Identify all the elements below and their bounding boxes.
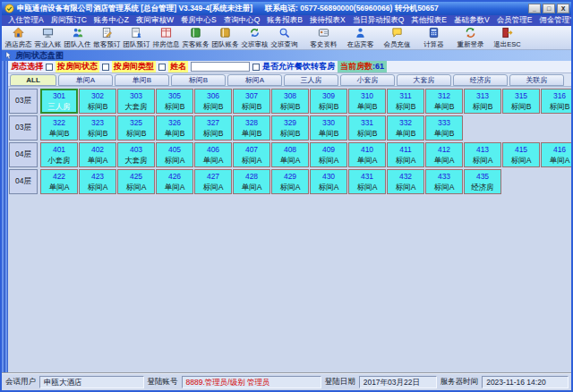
room-cell-412[interactable]: 412单间A — [425, 142, 463, 167]
by-status-checkbox[interactable] — [46, 64, 53, 71]
tab-3[interactable]: 标间B — [171, 74, 226, 86]
room-cell-305[interactable]: 305标间B — [156, 89, 193, 114]
room-cell-416[interactable]: 416单间A — [541, 142, 571, 167]
menu-item-13[interactable]: 佣金管理Y — [535, 15, 571, 26]
room-cell-428[interactable]: 428单间A — [233, 169, 270, 194]
room-cell-422[interactable]: 422单间A — [40, 169, 78, 194]
toolbar-button-guest-account[interactable]: 宾客账务 — [181, 27, 210, 48]
room-cell-411[interactable]: 411标间A — [387, 142, 424, 167]
toolbar-button-team-account[interactable]: 团队账务 — [210, 27, 240, 48]
room-cell-303[interactable]: 303大套房 — [117, 89, 155, 114]
room-cell-311[interactable]: 311标间B — [387, 89, 424, 114]
by-type-checkbox[interactable] — [102, 64, 109, 71]
toolbar-button-inhouse-guest[interactable]: 在店宾客 — [342, 27, 379, 48]
room-cell-326[interactable]: 326单间B — [156, 115, 193, 141]
tab-6[interactable]: 小套房 — [340, 74, 395, 86]
toolbar-button-calculator[interactable]: 计算器 — [415, 27, 452, 48]
room-cell-430[interactable]: 430标间A — [310, 169, 347, 194]
room-cell-435[interactable]: 435经济房 — [464, 169, 501, 194]
room-cell-315[interactable]: 315标间B — [502, 89, 540, 114]
room-cell-407[interactable]: 407标间A — [233, 142, 270, 167]
menu-item-9[interactable]: 当日异动报表Q — [349, 15, 408, 26]
room-cell-327[interactable]: 327标间B — [194, 115, 232, 141]
room-cell-413[interactable]: 413标间A — [464, 142, 501, 167]
menu-item-1[interactable]: 入住管理A — [4, 15, 47, 26]
room-cell-309[interactable]: 309标间B — [310, 89, 347, 114]
tab-2[interactable]: 单间B — [115, 74, 169, 86]
guest-name-input[interactable] — [191, 62, 250, 72]
filter-mode-label: 房态选择 — [11, 61, 43, 72]
menu-item-6[interactable]: 查询中心Q — [220, 15, 264, 26]
room-cell-313[interactable]: 313标间B — [464, 89, 501, 114]
room-cell-316[interactable]: 316标间B — [541, 89, 571, 114]
room-cell-328[interactable]: 328单间B — [233, 115, 270, 141]
room-cell-405[interactable]: 405标间A — [156, 142, 193, 167]
allow-transfer-checkbox[interactable] — [252, 64, 260, 71]
room-cell-312[interactable]: 312单间B — [425, 89, 463, 114]
room-cell-333[interactable]: 333单间B — [425, 115, 463, 141]
room-cell-409[interactable]: 409标间A — [310, 142, 347, 167]
menu-item-7[interactable]: 账务报表B — [263, 15, 306, 26]
room-cell-325[interactable]: 325标间B — [117, 115, 155, 141]
room-cell-308[interactable]: 308标间B — [271, 89, 309, 114]
menu-item-8[interactable]: 接待报表X — [306, 15, 349, 26]
menu-item-11[interactable]: 基础参数V — [450, 15, 493, 26]
room-cell-402[interactable]: 402单间A — [79, 142, 116, 167]
room-cell-332[interactable]: 332单间B — [387, 115, 424, 141]
tab-4[interactable]: 标间A — [227, 74, 282, 86]
tab-8[interactable]: 经济房 — [453, 74, 508, 86]
room-cell-427[interactable]: 427标间A — [194, 169, 232, 194]
room-cell-410[interactable]: 410单间A — [348, 142, 386, 167]
menu-item-4[interactable]: 夜间审核W — [133, 15, 177, 26]
menu-item-10[interactable]: 其他报表E — [407, 15, 450, 26]
toolbar-button-team-booking[interactable]: 团队预订 — [122, 27, 151, 48]
room-cell-329[interactable]: 329标间B — [271, 115, 309, 141]
minimize-button[interactable]: _ — [528, 4, 541, 13]
room-cell-307[interactable]: 307标间B — [233, 89, 270, 114]
toolbar-button-room-info[interactable]: 排房信息 — [151, 27, 181, 48]
room-cell-423[interactable]: 423标间A — [79, 169, 116, 194]
toolbar-button-shift-audit[interactable]: 交班审核 — [240, 27, 269, 48]
room-cell-330[interactable]: 330单间B — [310, 115, 347, 141]
toolbar-button-home[interactable]: 酒店房态 — [4, 27, 33, 48]
room-cell-322[interactable]: 322单间B — [40, 115, 78, 141]
toolbar-button-member-topup[interactable]: 会员充值 — [379, 27, 415, 48]
toolbar-button-team-checkin[interactable]: 团队入住 — [63, 27, 92, 48]
toolbar-button-exit[interactable]: 退出ESC — [489, 27, 526, 48]
menu-item-12[interactable]: 会员管理E — [493, 15, 536, 26]
room-cell-431[interactable]: 431标间A — [348, 169, 386, 194]
room-cell-306[interactable]: 306标间B — [194, 89, 232, 114]
tab-1[interactable]: 单间A — [58, 74, 113, 86]
close-button[interactable]: X — [557, 4, 569, 13]
room-cell-301[interactable]: 301三人房 — [40, 89, 78, 114]
room-cell-432[interactable]: 432标间A — [387, 169, 424, 194]
left-splitter-bar[interactable] — [2, 61, 8, 372]
menu-item-5[interactable]: 餐房中心S — [177, 15, 220, 26]
tab-9[interactable]: 关联房 — [509, 74, 564, 86]
menu-item-3[interactable]: 账务中心Z — [90, 15, 133, 26]
menu-item-2[interactable]: 房间预订C — [47, 15, 90, 26]
toolbar-button-shift-query[interactable]: 交班查询 — [269, 27, 299, 48]
maximize-button[interactable]: □ — [543, 4, 555, 13]
tab-5[interactable]: 三人房 — [284, 74, 338, 86]
room-cell-401[interactable]: 401小套房 — [40, 142, 78, 167]
room-cell-323[interactable]: 323标间B — [79, 115, 116, 141]
room-cell-331[interactable]: 331标间B — [348, 115, 386, 141]
room-cell-433[interactable]: 433标间A — [425, 169, 463, 194]
toolbar-button-walkin-booking[interactable]: 散客预订 — [92, 27, 122, 48]
toolbar-button-cashier[interactable]: 营业入账 — [33, 27, 63, 48]
room-cell-406[interactable]: 406单间A — [194, 142, 232, 167]
room-cell-310[interactable]: 310单间B — [348, 89, 386, 114]
by-name-checkbox[interactable] — [158, 64, 166, 71]
room-cell-302[interactable]: 302标间B — [79, 89, 116, 114]
toolbar-button-guest-history[interactable]: 客史资料 — [305, 27, 342, 48]
room-cell-426[interactable]: 426单间A — [156, 169, 193, 194]
room-cell-408[interactable]: 408单间A — [271, 142, 309, 167]
room-cell-425[interactable]: 425标间A — [117, 169, 155, 194]
room-cell-403[interactable]: 403大套房 — [117, 142, 155, 167]
tab-all[interactable]: ALL — [10, 74, 56, 86]
room-cell-429[interactable]: 429标间A — [271, 169, 309, 194]
toolbar-button-relogin[interactable]: 重新登录 — [452, 27, 489, 48]
tab-7[interactable]: 大套房 — [397, 74, 451, 86]
room-cell-415[interactable]: 415标间A — [502, 142, 540, 167]
